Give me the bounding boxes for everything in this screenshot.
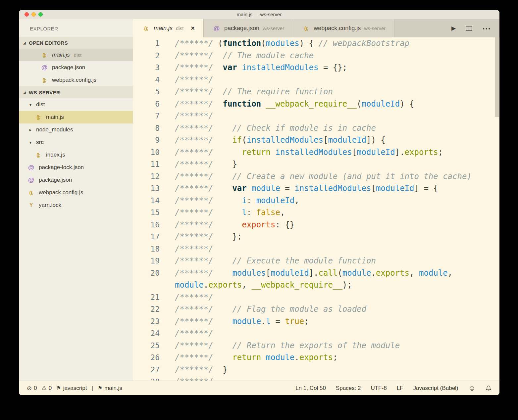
feedback-smiley[interactable]: ☺ (468, 384, 476, 393)
editor-column: ();main.jsdist×@package.jsonws-server();… (133, 19, 499, 381)
chevron-expanded-icon: ▾ (28, 102, 33, 107)
tree-item-src[interactable]: ▾src (19, 136, 133, 149)
code-line-1[interactable]: 1/******/ (function(modules) { // webpac… (133, 37, 499, 50)
code-line-12[interactable]: 12/******/ // Create a new module (and p… (133, 170, 499, 183)
code-text: /******/ function __webpack_require__(mo… (160, 98, 414, 110)
tree-item-label: yarn.lock (39, 202, 61, 209)
line-number: 16 (133, 219, 160, 231)
tree-item-node-modules[interactable]: ▸node_modules (19, 123, 133, 136)
open-editor-item-webpack-config-js[interactable]: ();webpack.config.js (19, 74, 133, 86)
code-line-15[interactable]: 15/******/ l: false, (133, 207, 499, 219)
workspace-header[interactable]: ◢ WS-SERVER (19, 86, 133, 98)
code-line-6[interactable]: 6/******/ function __webpack_require__(m… (133, 98, 499, 110)
code-line-19[interactable]: 19/******/ // Execute the module functio… (133, 255, 499, 267)
code-line-14[interactable]: 14/******/ i: moduleId, (133, 195, 499, 207)
code-line-17[interactable]: 17/******/ }; (133, 231, 499, 243)
code-line-5[interactable]: 5/******/ // The require function (133, 86, 499, 98)
line-number: 13 (133, 182, 160, 195)
code-line-20[interactable]: 20/******/ modules[moduleId].call(module… (133, 267, 499, 279)
code-line-25[interactable]: 25/******/ // Return the exports of the … (133, 340, 499, 352)
open-editors-header-label: OPEN EDITORS (29, 40, 68, 46)
open-editor-item-main-js[interactable]: ();main.jsdist (19, 49, 133, 61)
tabs: ();main.jsdist×@package.jsonws-server();… (133, 19, 394, 37)
open-editor-item-package-json[interactable]: @package.json (19, 61, 133, 74)
line-number: 17 (133, 231, 160, 243)
editor-scrollbar[interactable] (495, 37, 499, 117)
code-line-11[interactable]: 11/******/ } (133, 158, 499, 170)
run-play-icon[interactable]: ▶ (451, 25, 456, 32)
tree-item-label: node_modules (36, 126, 73, 133)
open-editor-label: main.js (52, 52, 70, 58)
code-line-21[interactable]: 21/******/ (133, 291, 499, 303)
code-line-3[interactable]: 3/******/ var installedModules = {}; (133, 62, 499, 74)
code-text: /******/ // Check if module is in cache (160, 122, 376, 134)
tree-item-yarn-lock[interactable]: Yyarn.lock (19, 199, 133, 211)
code-line-10[interactable]: 10/******/ return installedModules[modul… (133, 146, 499, 159)
line-number: 25 (133, 340, 160, 352)
close-window-button[interactable] (25, 12, 29, 17)
indentation[interactable]: Spaces: 2 (336, 385, 361, 392)
js-file-icon: (); (142, 26, 150, 31)
code-text: /******/ exports: {} (160, 219, 294, 231)
code-line-wrap[interactable]: module.exports, __webpack_require__); (133, 279, 499, 291)
tab-package-json[interactable]: @package.jsonws-server (204, 19, 293, 37)
tree-item-label: webpack.config.js (39, 189, 83, 196)
language-mode[interactable]: Javascript (Babel) (413, 385, 458, 392)
line-number: 26 (133, 351, 160, 364)
tree-item-index-js[interactable]: ();index.js (19, 149, 133, 161)
notifications-bell[interactable] (486, 385, 492, 391)
code-text: /******/ // Execute the module function (160, 255, 376, 267)
eol-sequence[interactable]: LF (397, 385, 403, 392)
code-line-8[interactable]: 8/******/ // Check if module is in cache (133, 122, 499, 134)
tree-item-dist[interactable]: ▾dist (19, 98, 133, 111)
code-line-18[interactable]: 18/******/ (133, 243, 499, 255)
split-editor-icon[interactable] (466, 26, 472, 31)
js-file-icon: (); (302, 26, 310, 31)
tree-item-main-js[interactable]: ();main.js (19, 111, 133, 123)
tree-item-webpack-config-js[interactable]: ();webpack.config.js (19, 186, 133, 199)
open-editor-label: package.json (52, 64, 85, 71)
vscode-window: main.js — ws-server EXPLORER ◢ OPEN EDIT… (19, 10, 499, 395)
lint-language[interactable]: ⚑javascript (56, 385, 87, 392)
tab-label: webpack.config.js (314, 25, 361, 32)
cursor-position[interactable]: Ln 1, Col 50 (295, 385, 326, 392)
zoom-window-button[interactable] (38, 12, 43, 17)
tree-item-label: package.json (39, 177, 72, 183)
json-file-icon: @ (27, 176, 35, 184)
more-actions-icon[interactable]: ⋯ (482, 26, 491, 31)
file-tree: ▾dist();main.js▸node_modules▾src();index… (19, 98, 133, 211)
code-text: /******/ i: moduleId, (160, 195, 299, 207)
js-file-icon: (); (27, 190, 35, 195)
code-line-26[interactable]: 26/******/ return module.exports; (133, 351, 499, 364)
pennant-icon: ⚑ (98, 385, 102, 391)
tree-item-package-lock-json[interactable]: @package-lock.json (19, 161, 133, 174)
lint-file[interactable]: ⚑main.js (98, 385, 122, 392)
encoding[interactable]: UTF-8 (371, 385, 387, 392)
line-number: 20 (133, 267, 160, 279)
line-number: 14 (133, 195, 160, 207)
code-text: /******/ } (160, 158, 237, 170)
close-tab-icon[interactable]: × (191, 24, 195, 32)
code-line-13[interactable]: 13/******/ var module = installedModules… (133, 182, 499, 195)
tab-detail: dist (176, 25, 183, 31)
code-line-9[interactable]: 9/******/ if(installedModules[moduleId])… (133, 134, 499, 146)
code-line-16[interactable]: 16/******/ exports: {} (133, 219, 499, 231)
tree-item-package-json[interactable]: @package.json (19, 174, 133, 186)
code-line-2[interactable]: 2/******/ // The module cache (133, 50, 499, 62)
code-editor[interactable]: 1/******/ (function(modules) { // webpac… (133, 37, 499, 381)
code-line-23[interactable]: 23/******/ module.l = true; (133, 315, 499, 328)
minimize-window-button[interactable] (31, 12, 36, 17)
code-line-24[interactable]: 24/******/ (133, 327, 499, 340)
code-line-28[interactable]: 28/******/ (133, 376, 499, 381)
tab-webpack-config-js[interactable]: ();webpack.config.jsws-server (293, 19, 394, 37)
tree-item-label: index.js (46, 152, 65, 158)
code-line-22[interactable]: 22/******/ // Flag the module as loaded (133, 303, 499, 315)
window-titlebar[interactable]: main.js — ws-server (19, 10, 499, 19)
code-line-7[interactable]: 7/******/ (133, 110, 499, 122)
code-line-4[interactable]: 4/******/ (133, 74, 499, 86)
error-count[interactable]: ⊘0 (27, 385, 37, 392)
warning-count[interactable]: ⚠0 (42, 385, 52, 392)
tab-main-js[interactable]: ();main.jsdist× (133, 19, 204, 37)
open-editors-header[interactable]: ◢ OPEN EDITORS (19, 37, 133, 49)
code-line-27[interactable]: 27/******/ } (133, 364, 499, 376)
